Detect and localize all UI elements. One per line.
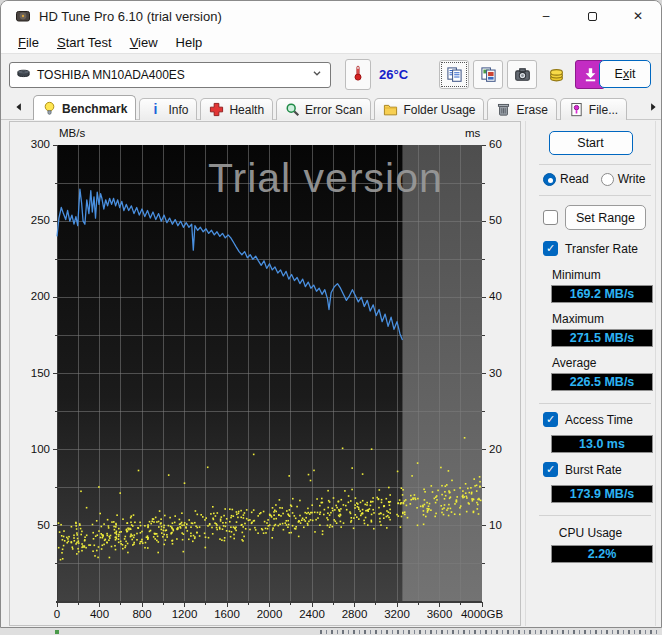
tab-info[interactable]: iInfo	[139, 98, 197, 120]
burst-rate-label: Burst Rate	[565, 463, 622, 477]
tab-error-scan[interactable]: Error Scan	[276, 98, 371, 120]
coins-icon	[548, 66, 565, 83]
write-radio[interactable]	[601, 173, 614, 186]
y-right-tick-label: 10	[489, 519, 502, 532]
read-label: Read	[560, 172, 589, 186]
tab-label: Folder Usage	[403, 103, 475, 117]
tab-file[interactable]: File...	[560, 98, 627, 120]
left-arrow-icon	[13, 101, 25, 113]
tab-label: Benchmark	[62, 102, 127, 116]
donate-button[interactable]	[541, 60, 571, 89]
average-label: Average	[552, 356, 655, 370]
desktop-sliver	[0, 628, 662, 635]
menubar: FileStart TestViewHelp	[1, 31, 661, 53]
copy-image-icon	[480, 66, 497, 83]
read-radio[interactable]	[543, 173, 556, 186]
tab-label: Health	[229, 103, 264, 117]
average-value: 226.5 MB/s	[570, 375, 635, 389]
start-button[interactable]: Start	[549, 131, 633, 155]
tab-scroll-right-button[interactable]	[645, 96, 661, 117]
magnifier-icon	[285, 102, 300, 117]
desktop-fleck	[55, 630, 59, 634]
tab-folder-usage[interactable]: Folder Usage	[374, 98, 484, 120]
toolbar-buttons	[439, 60, 605, 89]
screenshot-button[interactable]	[507, 60, 537, 89]
y-right-tick-label: 40	[489, 290, 502, 303]
temperature-indicator	[345, 59, 371, 90]
trial-watermark: Trial version	[208, 155, 443, 202]
menu-item-view[interactable]: View	[121, 33, 167, 52]
burst-rate-value-box: 173.9 MB/s	[551, 485, 653, 503]
cpu-usage-value-box: 2.2%	[551, 545, 653, 563]
drive-select-value: TOSHIBA MN10ADA400ES	[37, 68, 310, 82]
chevron-down-icon	[310, 66, 324, 84]
menu-item-file[interactable]: File	[9, 33, 48, 52]
separator	[539, 515, 651, 516]
exit-button[interactable]: Exit	[599, 60, 651, 88]
access-time-value: 13.0 ms	[579, 437, 625, 451]
temperature-value: 26°C	[379, 67, 408, 82]
set-range-button[interactable]: Set Range	[565, 205, 646, 230]
access-time-checkbox[interactable]: ✓	[543, 412, 558, 427]
toolbar: TOSHIBA MN10ADA400ES 26°C Exit	[1, 53, 661, 93]
read-write-options: Read Write	[543, 172, 655, 186]
maximum-value-box: 271.5 MB/s	[551, 329, 653, 347]
background-window-sliver	[320, 630, 660, 634]
transfer-rate-label: Transfer Rate	[565, 242, 638, 256]
cpu-usage-value: 2.2%	[588, 547, 617, 561]
y-right-axis-unit: ms	[465, 127, 480, 139]
tab-erase[interactable]: Erase	[487, 98, 556, 120]
camera-icon	[514, 66, 531, 83]
hdtune-window: HD Tune Pro 6.10 (trial version) – ✕ Fil…	[0, 0, 662, 628]
x-tick-label: 0	[54, 608, 60, 621]
set-range-checkbox[interactable]: ✓	[543, 210, 558, 225]
separator	[539, 403, 651, 404]
copy-image-button[interactable]	[473, 60, 503, 89]
y-right-tick-label: 50	[489, 214, 502, 227]
menu-item-help[interactable]: Help	[167, 33, 212, 52]
x-tick-label: 3600	[427, 608, 453, 621]
x-tick-label: 2800	[342, 608, 368, 621]
app-icon	[15, 8, 31, 24]
tab-health[interactable]: Health	[200, 98, 273, 120]
info-icon: i	[148, 102, 163, 117]
cpu-usage-label: CPU Usage	[526, 526, 655, 540]
copy-pages-icon	[446, 66, 463, 83]
copy-text-button[interactable]	[439, 60, 469, 89]
trash-icon	[496, 102, 511, 117]
main-area: MB/s ms Trial version 300250200150100506…	[1, 120, 661, 628]
x-tick-label: 4000GB	[461, 608, 503, 621]
transfer-rate-checkbox[interactable]: ✓	[543, 241, 558, 256]
average-value-box: 226.5 MB/s	[551, 373, 653, 391]
separator	[539, 195, 651, 196]
window-controls: – ✕	[523, 1, 661, 31]
x-tick-label: 1200	[172, 608, 198, 621]
x-tick-label: 3200	[384, 608, 410, 621]
menu-item-start-test[interactable]: Start Test	[48, 33, 121, 52]
benchmark-chart-panel: MB/s ms Trial version 300250200150100506…	[9, 121, 521, 626]
folder-icon	[383, 102, 398, 117]
tab-label: Info	[168, 103, 188, 117]
x-tick-label: 1600	[214, 608, 240, 621]
file-benchmark-icon	[569, 102, 584, 117]
disk-icon	[16, 66, 31, 85]
thermometer-icon	[350, 62, 366, 88]
health-cross-icon	[209, 102, 224, 117]
maximum-value: 271.5 MB/s	[570, 331, 635, 345]
tab-label: File...	[589, 103, 618, 117]
maximum-label: Maximum	[552, 312, 655, 326]
maximize-button[interactable]	[569, 1, 615, 31]
maximize-icon	[588, 12, 597, 21]
svg-text:i: i	[154, 102, 158, 117]
tabstrip: BenchmarkiInfoHealthError ScanFolder Usa…	[1, 93, 661, 120]
close-button[interactable]: ✕	[615, 1, 661, 31]
minimize-button[interactable]: –	[523, 1, 569, 31]
drive-select[interactable]: TOSHIBA MN10ADA400ES	[9, 62, 331, 88]
titlebar: HD Tune Pro 6.10 (trial version) – ✕	[1, 1, 661, 31]
y-left-tick-label: 250	[20, 214, 50, 227]
tab-benchmark[interactable]: Benchmark	[33, 95, 136, 120]
burst-rate-checkbox[interactable]: ✓	[543, 462, 558, 477]
tab-scroll-left-button[interactable]	[11, 96, 27, 117]
y-right-tick-label: 60	[489, 138, 502, 151]
tabs: BenchmarkiInfoHealthError ScanFolder Usa…	[33, 93, 641, 120]
